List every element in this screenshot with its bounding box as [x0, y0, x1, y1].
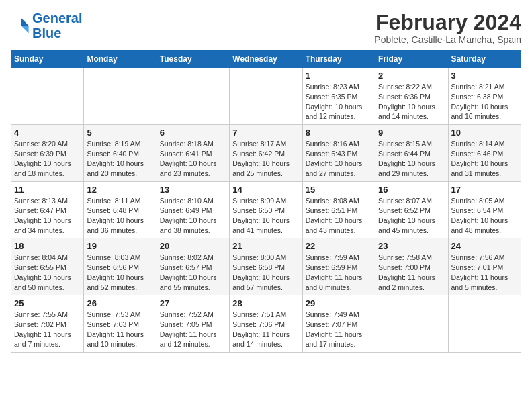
cell-info: Sunrise: 7:58 AM Sunset: 7:00 PM Dayligh… [378, 253, 445, 292]
cell-day-number: 3 [451, 71, 518, 81]
calendar-cell: 28Sunrise: 7:51 AM Sunset: 7:06 PM Dayli… [230, 295, 302, 353]
day-header-thursday: Thursday [302, 51, 375, 68]
cell-info: Sunrise: 7:56 AM Sunset: 7:01 PM Dayligh… [451, 253, 518, 292]
cell-info: Sunrise: 7:55 AM Sunset: 7:02 PM Dayligh… [14, 310, 81, 349]
cell-day-number: 14 [232, 185, 299, 195]
cell-day-number: 8 [306, 128, 372, 138]
day-header-tuesday: Tuesday [157, 51, 229, 68]
cell-info: Sunrise: 8:20 AM Sunset: 6:39 PM Dayligh… [14, 139, 81, 179]
calendar-cell: 16Sunrise: 8:07 AM Sunset: 6:52 PM Dayli… [375, 181, 448, 238]
svg-marker-0 [21, 18, 28, 26]
cell-day-number: 28 [232, 298, 299, 308]
logo-text: General Blue [32, 11, 82, 40]
calendar-cell: 18Sunrise: 8:04 AM Sunset: 6:55 PM Dayli… [11, 238, 84, 295]
cell-day-number: 7 [232, 128, 299, 138]
cell-day-number: 27 [160, 298, 226, 308]
calendar-cell: 11Sunrise: 8:13 AM Sunset: 6:47 PM Dayli… [11, 181, 84, 238]
week-row-4: 18Sunrise: 8:04 AM Sunset: 6:55 PM Dayli… [11, 238, 521, 295]
cell-day-number: 16 [378, 185, 445, 195]
day-header-monday: Monday [84, 51, 157, 68]
cell-info: Sunrise: 8:04 AM Sunset: 6:55 PM Dayligh… [14, 253, 81, 292]
calendar-cell: 26Sunrise: 7:53 AM Sunset: 7:03 PM Dayli… [84, 295, 157, 353]
cell-info: Sunrise: 8:05 AM Sunset: 6:54 PM Dayligh… [451, 196, 518, 236]
cell-day-number: 15 [306, 185, 372, 195]
week-row-1: 1Sunrise: 8:23 AM Sunset: 6:35 PM Daylig… [11, 68, 521, 125]
calendar-cell [157, 68, 229, 125]
calendar-cell [84, 68, 157, 125]
calendar-cell: 27Sunrise: 7:52 AM Sunset: 7:05 PM Dayli… [157, 295, 229, 353]
day-header-wednesday: Wednesday [230, 51, 302, 68]
logo-line2: Blue [32, 26, 61, 40]
cell-day-number: 1 [306, 71, 372, 81]
cell-day-number: 20 [160, 241, 226, 251]
cell-info: Sunrise: 8:08 AM Sunset: 6:51 PM Dayligh… [306, 196, 372, 236]
day-header-saturday: Saturday [448, 51, 521, 68]
cell-info: Sunrise: 8:13 AM Sunset: 6:47 PM Dayligh… [14, 196, 81, 236]
cell-info: Sunrise: 8:09 AM Sunset: 6:50 PM Dayligh… [232, 196, 299, 236]
subtitle: Poblete, Castille-La Mancha, Spain [374, 34, 521, 45]
cell-info: Sunrise: 8:07 AM Sunset: 6:52 PM Dayligh… [378, 196, 445, 236]
page-header: General Blue February 2024 Poblete, Cast… [11, 11, 521, 45]
header-row: SundayMondayTuesdayWednesdayThursdayFrid… [11, 51, 521, 68]
cell-info: Sunrise: 7:51 AM Sunset: 7:06 PM Dayligh… [232, 310, 299, 349]
cell-day-number: 21 [232, 241, 299, 251]
calendar-cell: 7Sunrise: 8:17 AM Sunset: 6:42 PM Daylig… [230, 124, 302, 181]
calendar-cell: 17Sunrise: 8:05 AM Sunset: 6:54 PM Dayli… [448, 181, 521, 238]
calendar-cell: 21Sunrise: 8:00 AM Sunset: 6:58 PM Dayli… [230, 238, 302, 295]
calendar-cell: 8Sunrise: 8:16 AM Sunset: 6:43 PM Daylig… [302, 124, 375, 181]
calendar-cell: 19Sunrise: 8:03 AM Sunset: 6:56 PM Dayli… [84, 238, 157, 295]
week-row-5: 25Sunrise: 7:55 AM Sunset: 7:02 PM Dayli… [11, 295, 521, 353]
cell-info: Sunrise: 8:11 AM Sunset: 6:48 PM Dayligh… [87, 196, 153, 236]
cell-day-number: 10 [451, 128, 518, 138]
calendar-cell: 10Sunrise: 8:14 AM Sunset: 6:46 PM Dayli… [448, 124, 521, 181]
cell-day-number: 2 [378, 71, 445, 81]
calendar-cell: 3Sunrise: 8:21 AM Sunset: 6:38 PM Daylig… [448, 68, 521, 125]
calendar-cell: 2Sunrise: 8:22 AM Sunset: 6:36 PM Daylig… [375, 68, 448, 125]
cell-day-number: 17 [451, 185, 518, 195]
cell-day-number: 29 [306, 298, 372, 308]
calendar-cell: 25Sunrise: 7:55 AM Sunset: 7:02 PM Dayli… [11, 295, 84, 353]
cell-info: Sunrise: 8:03 AM Sunset: 6:56 PM Dayligh… [87, 253, 153, 292]
cell-info: Sunrise: 8:22 AM Sunset: 6:36 PM Dayligh… [378, 82, 445, 122]
cell-info: Sunrise: 8:02 AM Sunset: 6:57 PM Dayligh… [160, 253, 226, 292]
calendar-cell: 12Sunrise: 8:11 AM Sunset: 6:48 PM Dayli… [84, 181, 157, 238]
calendar-cell: 13Sunrise: 8:10 AM Sunset: 6:49 PM Dayli… [157, 181, 229, 238]
logo: General Blue [11, 11, 82, 40]
week-row-3: 11Sunrise: 8:13 AM Sunset: 6:47 PM Dayli… [11, 181, 521, 238]
main-title: February 2024 [374, 11, 521, 34]
cell-info: Sunrise: 7:49 AM Sunset: 7:07 PM Dayligh… [306, 310, 372, 349]
cell-info: Sunrise: 8:14 AM Sunset: 6:46 PM Dayligh… [451, 139, 518, 179]
calendar-cell: 6Sunrise: 8:18 AM Sunset: 6:41 PM Daylig… [157, 124, 229, 181]
calendar-cell [230, 68, 302, 125]
cell-info: Sunrise: 7:53 AM Sunset: 7:03 PM Dayligh… [87, 310, 153, 349]
cell-day-number: 24 [451, 241, 518, 251]
calendar-cell: 4Sunrise: 8:20 AM Sunset: 6:39 PM Daylig… [11, 124, 84, 181]
calendar-cell: 22Sunrise: 7:59 AM Sunset: 6:59 PM Dayli… [302, 238, 375, 295]
calendar-cell: 5Sunrise: 8:19 AM Sunset: 6:40 PM Daylig… [84, 124, 157, 181]
calendar-cell: 9Sunrise: 8:15 AM Sunset: 6:44 PM Daylig… [375, 124, 448, 181]
week-row-2: 4Sunrise: 8:20 AM Sunset: 6:39 PM Daylig… [11, 124, 521, 181]
calendar-cell: 23Sunrise: 7:58 AM Sunset: 7:00 PM Dayli… [375, 238, 448, 295]
day-header-sunday: Sunday [11, 51, 84, 68]
cell-info: Sunrise: 8:10 AM Sunset: 6:49 PM Dayligh… [160, 196, 226, 236]
calendar-cell: 14Sunrise: 8:09 AM Sunset: 6:50 PM Dayli… [230, 181, 302, 238]
calendar-table: SundayMondayTuesdayWednesdayThursdayFrid… [11, 50, 521, 353]
calendar-header: SundayMondayTuesdayWednesdayThursdayFrid… [11, 51, 521, 68]
cell-info: Sunrise: 8:00 AM Sunset: 6:58 PM Dayligh… [232, 253, 299, 292]
calendar-cell [375, 295, 448, 353]
cell-day-number: 4 [14, 128, 81, 138]
cell-info: Sunrise: 7:52 AM Sunset: 7:05 PM Dayligh… [160, 310, 226, 349]
calendar-cell: 20Sunrise: 8:02 AM Sunset: 6:57 PM Dayli… [157, 238, 229, 295]
cell-day-number: 5 [87, 128, 153, 138]
cell-day-number: 23 [378, 241, 445, 251]
logo-line1: General [32, 11, 82, 26]
cell-day-number: 18 [14, 241, 81, 251]
cell-info: Sunrise: 8:23 AM Sunset: 6:35 PM Dayligh… [306, 82, 372, 122]
title-block: February 2024 Poblete, Castille-La Manch… [374, 11, 521, 45]
calendar-cell: 15Sunrise: 8:08 AM Sunset: 6:51 PM Dayli… [302, 181, 375, 238]
cell-day-number: 12 [87, 185, 153, 195]
cell-info: Sunrise: 8:17 AM Sunset: 6:42 PM Dayligh… [232, 139, 299, 179]
cell-info: Sunrise: 8:21 AM Sunset: 6:38 PM Dayligh… [451, 82, 518, 122]
calendar-cell [448, 295, 521, 353]
cell-info: Sunrise: 8:16 AM Sunset: 6:43 PM Dayligh… [306, 139, 372, 179]
